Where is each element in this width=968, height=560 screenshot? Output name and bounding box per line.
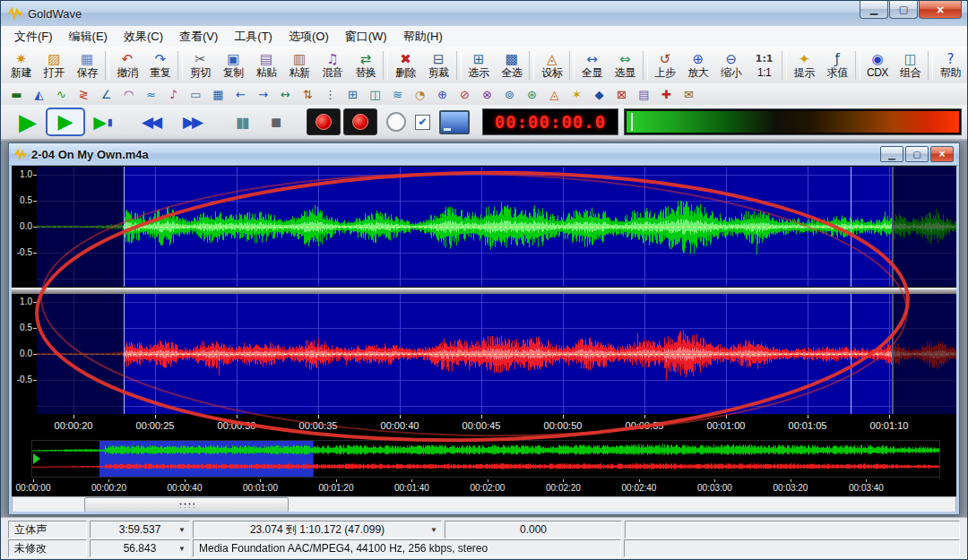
effect-button-7[interactable]: ≈ [140,85,162,104]
effect-button-14[interactable]: ⇅ [297,85,319,104]
toolbar-cdx-button[interactable]: ◉CDX [861,48,895,82]
effect-button-3[interactable]: ∿ [50,85,73,104]
effect-button-8[interactable]: ♪ [162,85,185,104]
toolbar-zoom-1-1-button[interactable]: 1:11:1 [748,48,781,82]
toolbar-help-button[interactable]: ?帮助 [934,48,967,82]
effect-button-31[interactable]: ✉ [678,85,700,104]
scrollbar-thumb[interactable] [84,497,289,512]
effect-button-18[interactable]: ≋ [386,85,409,104]
menu-edit[interactable]: 编辑(E) [61,27,116,47]
zoom-1-1-icon: 1:1 [756,52,774,66]
monitor-checkbox[interactable]: ✔ [415,115,430,130]
toolbar-undo-button[interactable]: ↶撤消 [110,48,143,82]
pause-button[interactable]: ▮▮ [225,108,259,136]
effect-button-25[interactable]: ◬ [543,85,566,104]
toolbar-join-button[interactable]: ◫组合 [894,48,927,82]
amplitude-axis-left-channel: 1.00.50.0-0.5 [12,167,37,287]
status-position-value[interactable]: 56.843▼ [90,539,190,557]
overview-strip[interactable] [31,440,940,478]
record-2-button[interactable] [343,108,377,135]
toolbar-previous-zoom-button[interactable]: ↺上步 [649,48,682,82]
child-restore-button[interactable]: ▢ [905,146,929,162]
toolbar-select-view-button[interactable]: ⊞选示 [462,48,496,82]
waveform-left-channel[interactable] [37,167,956,287]
rewind-button[interactable]: ◀◀ [130,108,171,136]
menu-view[interactable]: 查看(V) [171,27,226,47]
toolbar-expression-evaluator-button[interactable]: ƒ求值 [821,48,854,82]
toolbar-trim-button[interactable]: ⊟剪裁 [422,48,455,82]
waveform-right-channel[interactable] [37,294,956,414]
effect-button-22[interactable]: ⊗ [476,85,498,104]
status-selection-range[interactable]: 23.074 到 1:10.172 (47.099)▼ [193,521,442,538]
record-mode-button[interactable] [386,112,406,132]
play-selection-button[interactable]: ▶ [46,108,85,136]
child-minimize-button[interactable]: ▁ [880,146,903,162]
toolbar-copy-button[interactable]: ▣复制 [217,48,250,82]
status-row-1: 立体声3:59.537▼23.074 到 1:10.172 (47.099)▼0… [8,521,960,538]
maximize-button[interactable]: ▢ [889,1,918,19]
fast-forward-button[interactable]: ▶▶ [171,108,212,136]
toolbar-paste-new-button[interactable]: ▥粘新 [283,48,316,82]
effect-button-26[interactable]: ✶ [566,85,588,104]
effect-button-24[interactable]: ⊛ [521,85,543,104]
toolbar-mix-button[interactable]: ♫混音 [315,48,349,82]
effect-button-5[interactable]: ∠ [95,85,117,104]
effect-button-10[interactable]: ▦ [207,85,229,104]
menu-file[interactable]: 文件(F) [6,27,61,47]
toolbar-paste-button[interactable]: ▤粘贴 [250,48,283,82]
toolbar-new-button[interactable]: ✷新建 [4,48,38,82]
toolbar-delete-button[interactable]: ✖删除 [389,48,422,82]
toolbar-show-selection-button[interactable]: ⇔选显 [609,48,642,82]
toolbar-trim-label: 剪裁 [428,66,449,79]
device-controls-button[interactable] [439,110,470,134]
effect-button-23[interactable]: ⊚ [498,85,521,104]
overview-waveform[interactable] [32,441,939,477]
status-total-length[interactable]: 3:59.537▼ [90,521,190,538]
sound-window-title-bar[interactable]: 2-04 On My Own.m4a ▁ ▢ × [9,143,959,166]
minimize-button[interactable]: ▁ [860,1,888,19]
play-button[interactable]: ▶ [10,108,46,136]
menu-window[interactable]: 窗口(W) [337,27,395,47]
toolbar-redo-button[interactable]: ↷重复 [143,48,177,82]
effect-button-13[interactable]: ↔ [274,85,297,104]
menu-tool[interactable]: 工具(T) [226,27,281,47]
child-close-button[interactable]: × [930,146,954,162]
effect-button-12[interactable]: → [252,85,274,104]
toolbar-replace-button[interactable]: ⇄替换 [349,48,382,82]
effect-button-1[interactable]: ▬ [5,85,28,104]
toolbar-set-marker-button[interactable]: ◬设标 [535,48,568,82]
effect-button-17[interactable]: ◫ [364,85,386,104]
effect-button-15[interactable]: ⋮ [319,85,341,104]
effect-button-11[interactable]: ← [229,85,252,104]
record-button[interactable] [307,108,341,135]
title-bar[interactable]: GoldWave ▁ ▢ × [1,1,967,27]
effect-button-19[interactable]: ◔ [409,85,431,104]
toolbar-open-button[interactable]: ▨打开 [38,48,71,82]
effect-button-2[interactable]: ◭ [28,85,50,104]
effect-button-20[interactable]: ⊕ [431,85,454,104]
menu-help[interactable]: 帮助(H) [395,27,451,47]
menu-options[interactable]: 选项(O) [281,27,337,47]
effect-button-21[interactable]: ⊘ [454,85,476,104]
stop-button[interactable]: ■ [259,108,293,136]
toolbar-zoom-in-button[interactable]: ⊕放大 [681,48,714,82]
toolbar-show-all-button[interactable]: ↔全显 [575,48,609,82]
effect-icon-31: ✉ [684,88,694,101]
effect-button-6[interactable]: ◠ [117,85,140,104]
horizontal-scrollbar[interactable] [12,496,956,512]
effect-button-29[interactable]: ▤ [633,85,655,104]
play-fast-button[interactable]: ▶▮ [85,108,121,136]
effect-button-30[interactable]: ✚ [655,85,678,104]
toolbar-save-button[interactable]: ▦保存 [71,48,104,82]
effect-button-27[interactable]: ◆ [588,85,610,104]
effect-button-4[interactable]: ≷ [73,85,95,104]
toolbar-zoom-out-button[interactable]: ⊖缩小 [714,48,748,82]
toolbar-select-all-button[interactable]: ▩全选 [496,48,529,82]
menu-effect[interactable]: 效果(C) [116,27,171,47]
toolbar-cut-button[interactable]: ✂剪切 [184,48,217,82]
toolbar-hints-button[interactable]: ✦提示 [788,48,821,82]
effect-button-9[interactable]: ▭ [185,85,207,104]
effect-button-28[interactable]: ⊠ [610,85,633,104]
close-button[interactable]: × [919,1,962,19]
effect-button-16[interactable]: ⊞ [341,85,364,104]
